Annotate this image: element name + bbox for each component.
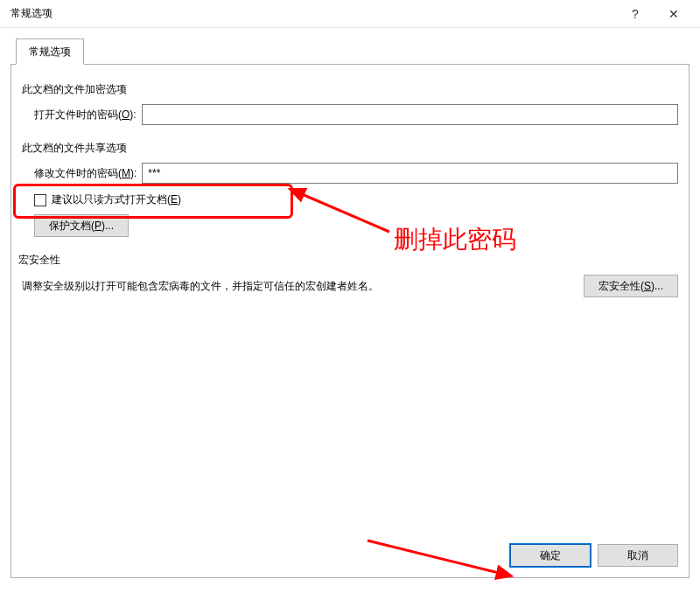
tab-panel: 此文档的文件加密选项 打开文件时的密码(O): 此文档的文件共享选项 修改文件时… <box>10 64 690 578</box>
cancel-button[interactable]: 取消 <box>598 544 678 567</box>
readonly-row[interactable]: 建议以只读方式打开文档(E) <box>34 192 678 207</box>
protect-document-button[interactable]: 保护文档(P)... <box>34 214 129 237</box>
sharing-section-label: 此文档的文件共享选项 <box>22 141 678 156</box>
tabs: 常规选项 <box>10 38 690 65</box>
modify-password-row: 修改文件时的密码(M): <box>34 163 678 184</box>
macro-description: 调整安全级别以打开可能包含宏病毒的文件，并指定可信任的宏创建者姓名。 <box>22 279 575 294</box>
open-password-row: 打开文件时的密码(O): <box>34 104 678 125</box>
readonly-checkbox[interactable] <box>34 194 46 206</box>
ok-button[interactable]: 确定 <box>510 544 591 567</box>
tab-general[interactable]: 常规选项 <box>16 38 84 65</box>
macro-security-button[interactable]: 宏安全性(S)... <box>584 275 678 297</box>
macro-row: 调整安全级别以打开可能包含宏病毒的文件，并指定可信任的宏创建者姓名。 宏安全性(… <box>22 275 678 297</box>
title-bar: 常规选项 ? ✕ <box>0 0 700 28</box>
open-password-label: 打开文件时的密码(O): <box>34 108 136 122</box>
window-title: 常规选项 <box>7 6 616 21</box>
open-password-input[interactable] <box>142 104 678 125</box>
modify-password-label: 修改文件时的密码(M): <box>34 166 136 181</box>
annotation-callout: 删掉此密码 <box>394 223 516 256</box>
readonly-label: 建议以只读方式打开文档(E) <box>52 192 181 207</box>
macro-section-label: 宏安全性 <box>18 253 678 268</box>
close-button[interactable]: ✕ <box>654 2 693 26</box>
help-button[interactable]: ? <box>616 2 654 26</box>
dialog-footer: 确定 取消 <box>510 544 678 567</box>
dialog-content: 常规选项 此文档的文件加密选项 打开文件时的密码(O): 此文档的文件共享选项 … <box>0 28 700 578</box>
modify-password-input[interactable] <box>142 163 678 184</box>
encryption-section-label: 此文档的文件加密选项 <box>22 82 678 97</box>
